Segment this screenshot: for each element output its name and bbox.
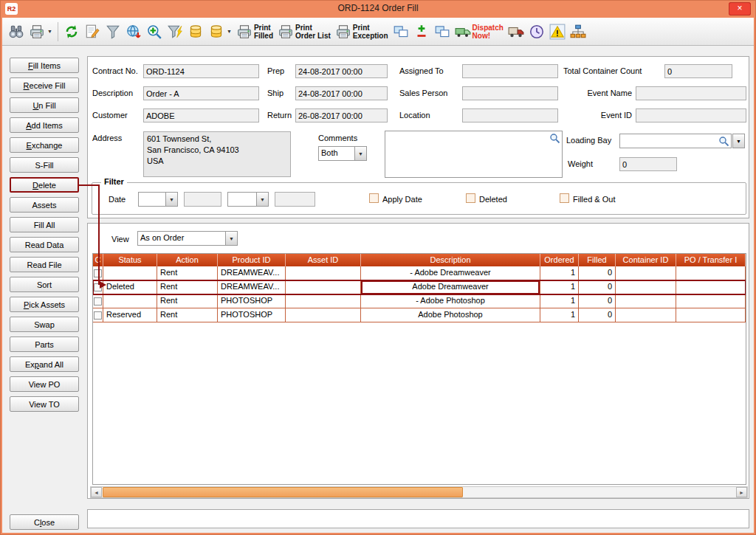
close-window-button[interactable]: × (729, 2, 751, 15)
printer-icon (236, 24, 252, 40)
sidebar-button-swap[interactable]: Swap (10, 317, 79, 332)
sidebar-button-label: Sort (37, 280, 52, 289)
table-row[interactable]: ReservedRentPHOTOSHOPAdobe Photoshop10 (93, 308, 746, 322)
loading-bay-field[interactable] (619, 134, 732, 148)
column-header-product-id[interactable]: Product ID (218, 254, 286, 266)
dispatch-now-button[interactable]: DispatchNow! (453, 20, 506, 44)
sidebar-button-close[interactable]: Close (10, 514, 79, 530)
sidebar-button-label: Pick Assets (24, 300, 65, 309)
column-header-status[interactable]: Status (103, 254, 157, 266)
filter-date-value-2-field[interactable] (275, 192, 315, 207)
unfill-stack-button[interactable]: ▼ (206, 20, 234, 44)
filter-button[interactable] (165, 20, 185, 44)
cell-product-id: PHOTOSHOP (218, 294, 286, 308)
compare-button[interactable] (391, 20, 411, 44)
column-header-description[interactable]: Description (361, 254, 540, 266)
clear-filter-button[interactable] (103, 20, 123, 44)
chevron-down-icon[interactable]: ▼ (256, 193, 268, 206)
customer-field[interactable] (143, 108, 259, 122)
edit-button[interactable] (82, 20, 103, 44)
event-name-field[interactable] (636, 86, 746, 100)
sidebar-button-pick-assets[interactable]: Pick Assets (10, 297, 79, 312)
row-checkbox[interactable] (94, 311, 102, 320)
sitemap-button[interactable] (568, 20, 588, 44)
scroll-right-button[interactable]: ► (736, 487, 747, 497)
assigned-to-field[interactable] (462, 64, 558, 78)
view-combo[interactable]: As on Order ▼ (137, 231, 238, 246)
print-setup-button[interactable]: ▼ (27, 20, 55, 44)
web-order-button[interactable] (123, 20, 144, 44)
print-filled-button[interactable]: PrintFilled (234, 20, 275, 44)
column-header-container-id[interactable]: Container ID (616, 254, 676, 266)
sales-person-field[interactable] (462, 86, 558, 100)
sidebar-button-assets[interactable]: Assets (10, 197, 79, 213)
chevron-down-icon[interactable]: ▼ (165, 193, 177, 206)
weight-field[interactable] (619, 157, 677, 171)
filled-and-out-checkbox[interactable] (560, 193, 569, 203)
sidebar-button-receive-fill[interactable]: Receive Fill (10, 77, 79, 93)
print-exception-button[interactable]: PrintException (333, 20, 391, 44)
scrollbar-thumb[interactable] (103, 487, 463, 497)
loading-bay-dropdown-button[interactable]: ▼ (732, 134, 745, 148)
row-checkbox[interactable] (94, 297, 102, 306)
sidebar-button-view-to[interactable]: View TO (10, 396, 79, 412)
alert-button[interactable] (547, 20, 568, 44)
sidebar-button-read-file[interactable]: Read File (10, 257, 79, 272)
total-container-count-field[interactable] (664, 64, 732, 78)
filter-date-value-1-field[interactable] (184, 192, 221, 207)
prep-date-field[interactable] (295, 64, 388, 78)
location-field[interactable] (462, 108, 558, 122)
chevron-down-icon[interactable]: ▼ (354, 147, 366, 160)
column-header-asset-id[interactable]: Asset ID (286, 254, 361, 266)
table-row[interactable]: DeletedRentDREAMWEAV...Adobe Dreamweaver… (93, 280, 746, 294)
chevron-down-icon[interactable]: ▼ (225, 232, 237, 245)
find-button[interactable] (6, 20, 27, 44)
compare-alt-button[interactable] (432, 20, 453, 44)
deleted-checkbox[interactable] (466, 193, 475, 203)
sidebar-button-exchange[interactable]: Exchange (10, 137, 79, 153)
filter-date-type-1-combo[interactable]: ▼ (138, 192, 178, 207)
sidebar-button-label: Un Fill (32, 101, 55, 110)
sidebar-button-view-po[interactable]: View PO (10, 376, 79, 392)
sidebar-button-s-fill[interactable]: S-Fill (10, 157, 79, 173)
apply-date-checkbox[interactable] (369, 193, 379, 203)
sidebar-button-add-items[interactable]: Add Items (10, 117, 79, 133)
sidebar-button-fill-all[interactable]: Fill All (10, 217, 79, 232)
comments-mode-combo[interactable]: Both ▼ (318, 146, 367, 161)
ship-date-field[interactable] (295, 86, 388, 100)
contract-no-field[interactable] (143, 64, 259, 78)
cell-container-id (616, 266, 676, 280)
event-id-field[interactable] (636, 108, 746, 122)
dropdown-arrow-icon[interactable]: ▼ (227, 29, 232, 34)
print-order-list-button[interactable]: PrintOrder List (275, 20, 333, 44)
sidebar-button-expand-all[interactable]: Expand All (10, 356, 79, 372)
comments-box[interactable] (385, 131, 563, 178)
add-item-button[interactable] (144, 20, 165, 44)
search-icon[interactable] (549, 133, 560, 144)
fill-stack-button[interactable] (185, 20, 206, 44)
sidebar-button-parts[interactable]: Parts (10, 336, 79, 352)
sidebar-button-un-fill[interactable]: Un Fill (10, 97, 79, 113)
description-field[interactable] (143, 86, 259, 100)
sidebar-button-read-data[interactable]: Read Data (10, 237, 79, 252)
sidebar-button-label: Read Data (25, 241, 64, 249)
dropdown-arrow-icon[interactable]: ▼ (47, 29, 52, 34)
sidebar-button-sort[interactable]: Sort (10, 277, 79, 292)
table-row[interactable]: RentDREAMWEAV...- Adobe Dreamweaver10 (93, 266, 746, 280)
column-header-filled[interactable]: Filled (579, 254, 616, 266)
sidebar-button-fill-items[interactable]: Fill Items (10, 58, 79, 73)
refresh-button[interactable] (61, 20, 82, 44)
scroll-left-button[interactable]: ◄ (91, 487, 102, 497)
filter-date-type-2-combo[interactable]: ▼ (227, 192, 269, 207)
search-icon[interactable] (718, 136, 729, 147)
sidebar-button-delete[interactable]: Delete (10, 177, 79, 193)
horizontal-scrollbar[interactable]: ◄ ► (90, 486, 748, 498)
add-remove-button[interactable] (411, 20, 432, 44)
time-button[interactable] (526, 20, 547, 44)
truck-button[interactable] (506, 20, 526, 44)
column-header-action[interactable]: Action (157, 254, 218, 266)
column-header-po-transfer-i[interactable]: PO / Transfer I (676, 254, 746, 266)
return-date-field[interactable] (295, 108, 388, 122)
column-header-ordered[interactable]: Ordered (540, 254, 579, 266)
table-row[interactable]: RentPHOTOSHOP- Adobe Photoshop10 (93, 294, 746, 308)
